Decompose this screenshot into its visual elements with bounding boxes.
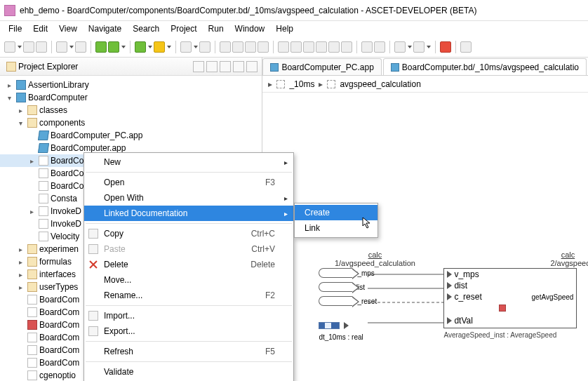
node-icon <box>39 219 48 229</box>
tree-item[interactable]: ▸classes <box>0 104 262 116</box>
tool-wiz4-icon[interactable] <box>316 41 327 53</box>
explorer-viewmenu-icon[interactable] <box>220 61 231 72</box>
tool-delete-icon[interactable] <box>440 41 451 53</box>
tool-wiz1-icon[interactable] <box>278 41 289 53</box>
subctx-link[interactable]: Link <box>295 220 377 236</box>
tool-run-icon[interactable] <box>95 41 107 53</box>
menu-file[interactable]: File <box>3 22 27 35</box>
tool-misc-icon[interactable] <box>460 41 472 53</box>
tool-undo-icon[interactable] <box>394 41 406 53</box>
node-icon <box>27 244 37 254</box>
ctx-rename-[interactable]: Rename...F2 <box>84 288 293 303</box>
status-icon <box>499 305 506 312</box>
tab-boardcomputer-bd[interactable]: BoardComputer.bd/_10ms/avgspeed_calculat… <box>383 58 587 75</box>
twisty-icon[interactable]: ▸ <box>15 271 25 279</box>
tool-a-icon[interactable] <box>361 41 373 53</box>
tool-down-icon[interactable] <box>258 41 269 53</box>
tool-experiment-icon[interactable] <box>108 41 119 53</box>
tool-b-icon[interactable] <box>374 41 385 53</box>
tool-save-icon[interactable] <box>23 41 34 53</box>
node-label: userTypes <box>39 282 78 292</box>
tool-up-icon[interactable] <box>245 41 256 53</box>
tool-annotate-icon[interactable] <box>199 41 211 53</box>
ctx-move-[interactable]: Move... <box>84 272 293 288</box>
breadcrumb-item[interactable]: avgspeed_calculation <box>340 79 420 89</box>
ctx-validate[interactable]: Validate <box>84 364 293 380</box>
twisty-icon[interactable]: ▸ <box>15 258 25 266</box>
node-label: BoardCom <box>39 358 79 368</box>
twisty-icon[interactable]: ▸ <box>27 208 36 215</box>
explorer-linkwitheditor-icon[interactable] <box>193 61 204 72</box>
twisty-icon[interactable]: ▾ <box>4 94 14 102</box>
tool-redo-icon[interactable] <box>413 41 425 53</box>
ctx-delete[interactable]: DeleteDelete <box>84 257 293 272</box>
twisty-icon[interactable]: ▸ <box>15 283 25 291</box>
menu-window[interactable]: Window <box>229 22 271 35</box>
submenu-arrow-icon: ▸ <box>284 194 288 202</box>
port-shape[interactable] <box>319 296 352 306</box>
node-label: BoardComputer.app <box>51 143 126 153</box>
tool-fwd-icon[interactable] <box>232 41 243 53</box>
ctx-linked-documentation[interactable]: Linked Documentation▸ <box>84 206 293 221</box>
ctx-label: Copy <box>104 229 123 239</box>
tab-boardcomputer-pc[interactable]: BoardComputer_PC.app <box>262 58 381 75</box>
tool-play-icon[interactable] <box>135 41 146 53</box>
menu-run[interactable]: Run <box>203 22 229 35</box>
twisty-icon[interactable]: ▸ <box>15 246 25 253</box>
tool-new-icon[interactable] <box>4 41 15 53</box>
menu-view[interactable]: View <box>53 22 83 35</box>
menu-help[interactable]: Help <box>270 22 299 35</box>
menu-project[interactable]: Project <box>165 22 202 35</box>
node-label: Consta <box>51 194 77 203</box>
tree-item[interactable]: ▾BoardComputer <box>0 91 262 104</box>
menu-edit[interactable]: Edit <box>27 22 53 35</box>
explorer-collapseall-icon[interactable] <box>206 61 218 72</box>
ctx-copy[interactable]: CopyCtrl+C <box>84 226 293 241</box>
twisty-icon[interactable]: ▾ <box>15 119 25 127</box>
tool-saveall-icon[interactable] <box>36 41 47 53</box>
ctx-open-with[interactable]: Open With▸ <box>84 190 293 206</box>
ctx-new[interactable]: New▸ <box>84 154 293 170</box>
node-icon <box>27 358 37 368</box>
tree-item[interactable]: BoardComputer_PC.app <box>0 129 262 142</box>
tool-back-icon[interactable] <box>220 41 231 53</box>
node-icon <box>38 143 49 153</box>
tab-icon <box>270 63 279 72</box>
node-label: BoardCom <box>39 345 79 355</box>
twisty-icon[interactable]: ▸ <box>27 157 36 165</box>
port-shape[interactable] <box>319 268 352 278</box>
tool-wiz2-icon[interactable] <box>290 41 302 53</box>
dt-bar-icon[interactable] <box>319 322 340 329</box>
subctx-create[interactable]: Create <box>295 205 377 220</box>
explorer-max-icon[interactable] <box>246 61 258 72</box>
tool-debug-icon[interactable] <box>154 41 165 53</box>
tool-search-icon[interactable] <box>180 41 192 53</box>
menu-search[interactable]: Search <box>127 22 165 35</box>
breadcrumb-item[interactable]: _10ms <box>289 79 314 89</box>
ctx-open[interactable]: OpenF3 <box>84 175 293 190</box>
ctx-label: Paste <box>104 244 126 254</box>
node-icon <box>39 168 48 178</box>
port-shape[interactable] <box>319 282 352 292</box>
ctx-export-[interactable]: Export... <box>84 323 293 339</box>
tool-wiz5-icon[interactable] <box>328 41 340 53</box>
twisty-icon[interactable]: ▸ <box>4 81 14 89</box>
breadcrumb-icon <box>276 80 285 88</box>
export-icon <box>88 326 98 336</box>
tree-item[interactable]: ▸AssertionLibrary <box>0 79 262 91</box>
ctx-label: Delete <box>104 260 128 269</box>
menu-navigate[interactable]: Navigate <box>83 22 127 35</box>
twisty-icon[interactable]: ▸ <box>15 107 25 114</box>
tool-generic2-icon[interactable] <box>75 41 86 53</box>
ctx-import-[interactable]: Import... <box>84 308 293 323</box>
tool-generic-icon[interactable] <box>56 41 67 53</box>
block-avgspeed[interactable]: v_mps dist c_reset getAvgSpeed dtVal <box>443 268 577 328</box>
tool-wiz6-icon[interactable] <box>341 41 352 53</box>
breadcrumb-caret-icon[interactable]: ▸ <box>268 79 272 89</box>
tool-wiz3-icon[interactable] <box>303 41 314 53</box>
ctx-shortcut: F3 <box>265 178 275 187</box>
ctx-refresh[interactable]: RefreshF5 <box>84 344 293 359</box>
tree-item[interactable]: ▾components <box>0 116 262 129</box>
explorer-min-icon[interactable] <box>233 61 244 72</box>
toolbar <box>0 36 588 58</box>
